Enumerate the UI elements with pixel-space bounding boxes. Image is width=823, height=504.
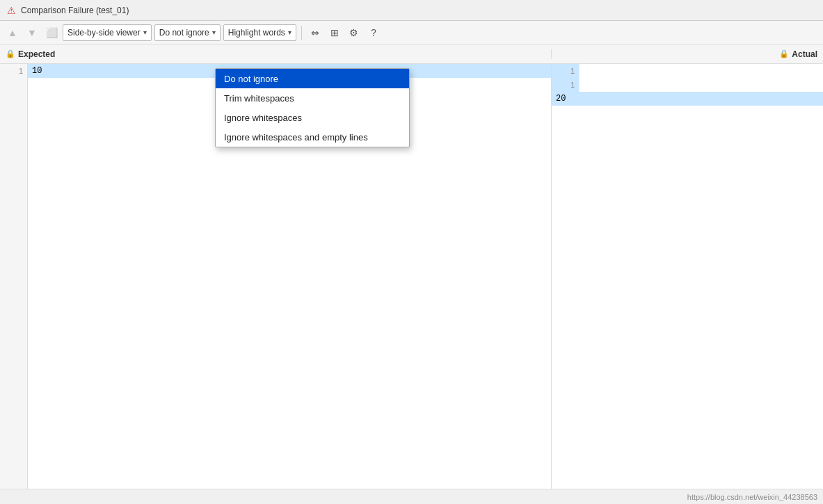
settings-button[interactable]: ⚙ [346, 24, 362, 41]
expected-header: 🔒 Expected [0, 49, 552, 59]
actual-gutter-2: 1 [552, 78, 580, 92]
expected-line-num-1: 1 [0, 64, 27, 78]
actual-pane: 1 1 20 [552, 64, 823, 489]
toolbar: ▲ ▼ ⬜ Side-by-side viewer ▾ Do not ignor… [0, 21, 823, 44]
highlight-dropdown[interactable]: Highlight words ▾ [223, 24, 296, 41]
actual-line-1-content: 20 [556, 94, 566, 104]
up-button[interactable]: ▲ [4, 24, 21, 41]
status-url: https://blog.csdn.net/weixin_44238563 [687, 493, 817, 501]
expected-label: Expected [18, 49, 55, 59]
viewer-dropdown[interactable]: Side-by-side viewer ▾ [63, 24, 152, 41]
down-button[interactable]: ▼ [24, 24, 40, 41]
viewer-dropdown-label: Side-by-side viewer [67, 28, 141, 38]
status-bar: https://blog.csdn.net/weixin_44238563 [0, 489, 823, 504]
separator-1 [301, 26, 302, 40]
expected-line-1-content: 10 [32, 66, 42, 76]
expected-line-numbers: 1 [0, 64, 28, 489]
main-content: 🔒 Expected 🔒 Actual 1 10 [0, 44, 823, 504]
dropdown-item-trim-whitespaces[interactable]: Trim whitespaces [216, 88, 409, 108]
ignore-dropdown-chevron: ▾ [212, 29, 216, 36]
split-icon-button[interactable]: ⇔ [307, 24, 323, 41]
actual-lock-icon: 🔒 [779, 49, 789, 58]
copy-button[interactable]: ⬜ [43, 24, 60, 41]
ignore-dropdown[interactable]: Do not ignore ▾ [154, 24, 221, 41]
dropdown-item-do-not-ignore[interactable]: Do not ignore [216, 69, 409, 88]
actual-content-area: 20 [552, 92, 823, 489]
dropdown-item-ignore-whitespaces[interactable]: Ignore whitespaces [216, 108, 409, 127]
columns-icon-button[interactable]: ⊞ [326, 24, 343, 41]
actual-line-1: 20 [552, 92, 823, 106]
diff-body: 1 10 1 1 20 [0, 64, 823, 489]
actual-gutter-line-1b: 1 [552, 78, 579, 92]
highlight-dropdown-chevron: ▾ [288, 29, 291, 36]
viewer-dropdown-chevron: ▾ [143, 29, 147, 36]
dropdown-item-ignore-whitespaces-empty[interactable]: Ignore whitespaces and empty lines [216, 127, 409, 147]
highlight-dropdown-label: Highlight words [228, 28, 285, 38]
actual-label: Actual [792, 49, 817, 59]
actual-header: 🔒 Actual [552, 49, 823, 59]
title-bar: ⚠ Comparison Failure (test_01) [0, 0, 823, 21]
warning-icon: ⚠ [6, 5, 17, 16]
ignore-dropdown-menu: Do not ignore Trim whitespaces Ignore wh… [215, 68, 410, 147]
expected-lock-icon: 🔒 [6, 49, 15, 58]
diff-header: 🔒 Expected 🔒 Actual [0, 44, 823, 64]
window-title: Comparison Failure (test_01) [21, 6, 129, 15]
actual-gutter-1: 1 [552, 64, 580, 78]
ignore-dropdown-label: Do not ignore [159, 28, 209, 38]
actual-gutter-line-1a: 1 [552, 64, 579, 78]
help-button[interactable]: ? [365, 24, 382, 41]
